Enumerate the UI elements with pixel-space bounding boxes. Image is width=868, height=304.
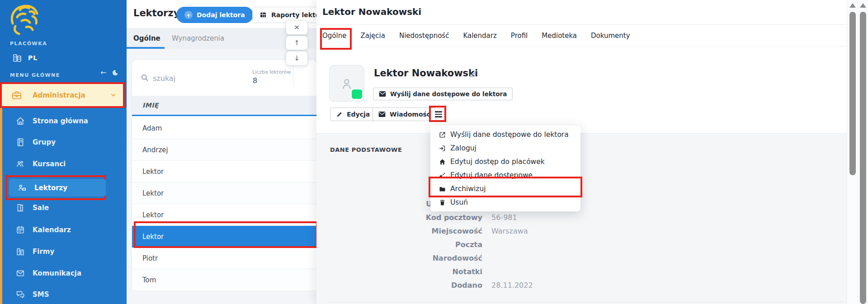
- list-item[interactable]: Adam: [132, 117, 316, 139]
- lecturer-name: Lektor Nowakowski: [374, 68, 478, 79]
- scrollbar-thumb[interactable]: [849, 12, 856, 175]
- placowka-label: PLACÓWKA: [10, 41, 47, 47]
- sidebar-item-sale[interactable]: Sale: [0, 197, 127, 218]
- annotation-box-administracja: Administracja: [0, 82, 125, 108]
- field-label: Miejscowość: [316, 227, 482, 235]
- buildings-icon: [12, 52, 23, 64]
- buildings-icon: [15, 247, 25, 257]
- sidebar-item-komunikacja[interactable]: Komunikacja: [0, 263, 127, 284]
- tab-zajecia[interactable]: Zajęcia: [360, 32, 385, 40]
- field-row: MiejscowośćWarszawa: [316, 224, 633, 238]
- list-item[interactable]: Lektor: [132, 182, 316, 204]
- sidebar-item-label: Komunikacja: [33, 269, 81, 277]
- door-icon: [15, 203, 25, 213]
- pencil-icon: [336, 111, 343, 118]
- sidebar-item-label: Sale: [33, 204, 49, 212]
- table-icon: [259, 11, 267, 19]
- home-icon: [439, 158, 446, 166]
- sidebar-item-strona-glowna[interactable]: Strona główna: [0, 111, 127, 131]
- close-icon[interactable]: ✕: [286, 20, 308, 35]
- external-link-icon: [439, 131, 446, 139]
- sidebar-section-administracja[interactable]: Administracja: [2, 84, 123, 106]
- annotation-box-archiwizuj: [429, 177, 582, 197]
- menu-item-label: Zaloguj: [450, 144, 476, 152]
- field-value: 28.11.2022: [482, 281, 533, 290]
- field-row: Kod pocztowy56-981: [316, 210, 633, 224]
- detail-title: Lektor Nowakowski: [322, 6, 421, 17]
- sidebar-item-label: SMS: [33, 290, 49, 299]
- menu-item-zaloguj[interactable]: Zaloguj: [430, 141, 580, 155]
- sidebar-item-label: Strona główna: [33, 117, 88, 125]
- message-button[interactable]: Wiadomość: [373, 108, 436, 121]
- envelope-icon: [378, 111, 386, 117]
- edit-label: Edycja: [347, 111, 370, 118]
- dark-mode-moon-icon[interactable]: [111, 69, 119, 77]
- menu-item-label: Edytuj dostęp do placówek: [450, 158, 545, 166]
- tab-dokumenty[interactable]: Dokumenty: [591, 32, 630, 40]
- tab-kalendarz[interactable]: Kalendarz: [463, 32, 496, 40]
- tab-niedostepnosc[interactable]: Niedostępność: [399, 32, 449, 40]
- sidebar-item-label: Firmy: [33, 248, 54, 256]
- send-access-label: Wyślij dane dostępowe do lektora: [390, 90, 507, 98]
- calendar-icon: [15, 225, 25, 235]
- add-lecturer-button[interactable]: + Dodaj lektora: [176, 7, 253, 23]
- basic-data-section: DANE PODSTAWOWE T Ulica i nr dom Kod poc…: [316, 133, 847, 304]
- people-icon: [15, 159, 25, 169]
- float-widget: ✕ ↑ ↓: [286, 20, 308, 65]
- search-icon: [140, 73, 150, 83]
- scroll-up-arrow[interactable]: [860, 3, 866, 8]
- edit-button[interactable]: Edycja: [330, 108, 376, 121]
- tab-wynagrodzenia[interactable]: Wynagrodzenia: [172, 28, 224, 49]
- section-title: DANE PODSTAWOWE: [330, 146, 402, 153]
- envelope-icon: [379, 91, 386, 97]
- field-value: 56-981: [482, 213, 517, 222]
- menu-item-send-access[interactable]: Wyślij dane dostępowe do lektora: [430, 128, 580, 141]
- scroll-up-arrow[interactable]: [849, 3, 856, 8]
- field-row: Dodano28.11.2022: [316, 278, 633, 292]
- message-label: Wiadomość: [390, 111, 430, 118]
- scrollbar-thumb[interactable]: [860, 12, 866, 304]
- tab-medioteka[interactable]: Medioteka: [542, 32, 577, 40]
- sidebar-item-sms[interactable]: SMS: [0, 284, 127, 304]
- collapse-arrow-icon[interactable]: ←: [100, 68, 106, 77]
- lecturer-count-value: 8: [253, 76, 257, 85]
- sidebar-submenu: Strona główna Grupy Kursanci: [0, 108, 127, 304]
- envelope-icon: [15, 268, 25, 278]
- sidebar-item-label: Kalendarz: [33, 226, 71, 234]
- search-input[interactable]: [152, 72, 238, 84]
- arrow-down-icon[interactable]: ↓: [286, 51, 308, 65]
- sidebar-item-lektorzy[interactable]: Lektorzy: [9, 179, 106, 196]
- menu-item-edytuj-dostep-placowek[interactable]: Edytuj dostęp do placówek: [430, 155, 580, 168]
- divider: [328, 302, 843, 302]
- arrow-up-icon[interactable]: ↑: [286, 36, 308, 50]
- sidebar-item-kalendarz[interactable]: Kalendarz: [0, 220, 127, 240]
- briefcase-icon: [11, 89, 23, 101]
- tab-profil[interactable]: Profil: [511, 32, 528, 40]
- sidebar-item-grupy[interactable]: Grupy: [0, 132, 127, 153]
- field-label: Notatki: [316, 267, 482, 276]
- field-row: Notatki: [316, 265, 633, 278]
- sidebar: PLACÓWKA PL MENU GŁÓWNE ←: [0, 0, 127, 304]
- sidebar-item-kursanci[interactable]: Kursanci: [0, 154, 127, 174]
- list-item[interactable]: Lektor: [132, 161, 316, 182]
- field-label: Narodowość: [316, 254, 482, 262]
- list-item[interactable]: Piotr: [132, 248, 316, 269]
- app-window: PLACÓWKA PL MENU GŁÓWNE ←: [0, 0, 868, 304]
- send-access-data-button[interactable]: Wyślij dane dostępowe do lektora: [373, 88, 513, 100]
- column-header-imie: IMIĘ: [132, 96, 316, 116]
- placowka-code: PL: [28, 54, 38, 61]
- field-value: Warszawa: [482, 227, 528, 235]
- detail-tabs: Ogólne Zajęcia Niedostępność Kalendarz P…: [316, 25, 847, 47]
- sidebar-item-placowka-pl[interactable]: PL: [12, 52, 38, 64]
- tab-ogolne[interactable]: Ogólne: [133, 28, 160, 49]
- list-item[interactable]: Tom: [132, 269, 316, 291]
- list-item[interactable]: Andrzej: [132, 139, 316, 161]
- sidebar-item-firmy[interactable]: Firmy: [0, 241, 127, 262]
- scrollbar-inner: [847, 0, 858, 304]
- annotation-box-tab-ogolne: [320, 28, 352, 50]
- trash-icon: [439, 199, 446, 206]
- menu-item-usun[interactable]: Usuń: [430, 196, 580, 209]
- status-badge-online: [351, 89, 363, 100]
- home-icon: [15, 116, 25, 126]
- key-icon[interactable]: [468, 69, 478, 79]
